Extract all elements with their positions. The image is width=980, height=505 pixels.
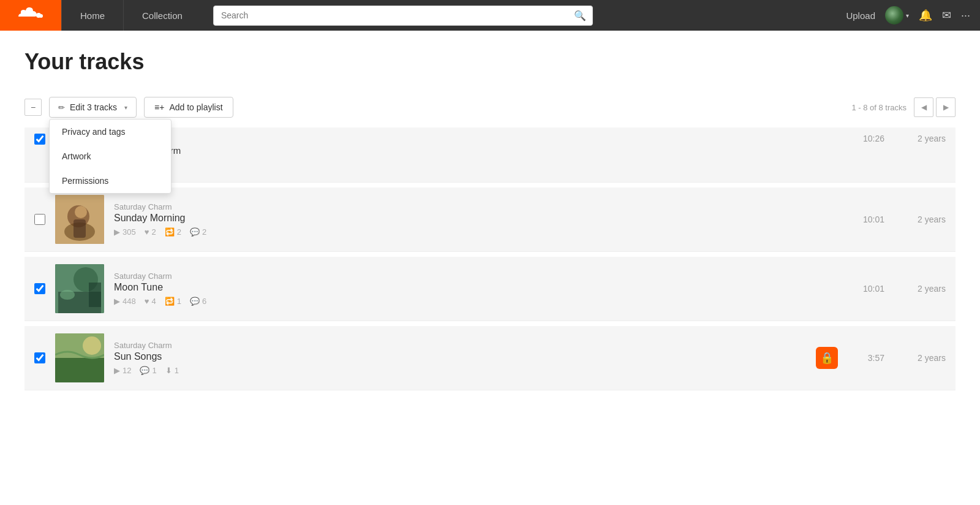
track-stats: ▶ 12 💬 1 ⬇ 1 [114,366,816,375]
avatar [885,6,903,25]
nav-home[interactable]: Home [61,0,123,31]
repost-stat: 🔁 2 [165,227,181,237]
comment-count: 6 [202,297,206,306]
track-age: 2 years [897,215,946,224]
track-stats: 🔁 1 💬 5 [114,159,848,169]
repost-icon: 🔁 [165,227,175,237]
download-icon: ⬇ [165,366,172,375]
artwork-item[interactable]: Artwork [50,144,171,169]
play-stat: ▶ 448 [114,297,136,306]
svg-point-19 [83,336,101,355]
track-stats: ▶ 448 ♥ 4 🔁 1 💬 6 [114,297,848,306]
mail-icon[interactable]: ✉ [942,9,951,22]
svg-rect-10 [74,219,86,238]
svg-marker-18 [55,358,104,382]
search-box: 🔍 [213,6,593,26]
permissions-item[interactable]: Permissions [50,169,171,193]
play-stat: ▶ 12 [114,366,131,375]
heart-icon: ♥ [145,297,149,306]
track-age: 2 years [897,284,946,294]
search-button[interactable]: 🔍 [568,6,592,25]
add-to-playlist-label: Add to playlist [169,102,222,112]
notifications-bell-icon[interactable]: 🔔 [919,9,932,22]
upload-button[interactable]: Upload [846,10,875,21]
svg-point-1 [39,14,43,18]
comment-stat: 💬 2 [190,227,206,237]
pencil-icon: ✏ [58,103,65,112]
play-icon: ▶ [114,366,120,375]
track-info: Saturday Charm Sun Songs ▶ 12 💬 1 ⬇ 1 [114,341,816,375]
pagination-controls: ◀ ▶ [914,97,956,117]
toolbar: − ✏ Edit 3 tracks ▾ Privacy and tags Art… [24,97,956,118]
track-title: Moon Tune [114,282,848,293]
chevron-down-icon: ▾ [124,104,127,111]
track-checkbox[interactable] [34,134,45,145]
next-page-button[interactable]: ▶ [936,97,956,117]
logo[interactable] [0,0,61,31]
avatar-dropdown[interactable]: ▾ [885,6,909,25]
comment-icon: 💬 [190,227,200,237]
privacy-tags-item[interactable]: Privacy and tags [50,120,171,144]
like-stat: ♥ 4 [145,297,156,306]
edit-dropdown-menu: Privacy and tags Artwork Permissions [49,119,172,194]
track-artist: Saturday Charm [114,341,816,350]
svg-point-14 [60,290,75,300]
track-duration: 10:26 [848,134,884,143]
search-input[interactable] [214,7,568,24]
track-checkbox[interactable] [34,214,45,225]
edit-tracks-label: Edit 3 tracks [70,102,117,112]
prev-page-button[interactable]: ◀ [914,97,933,117]
nav-collection[interactable]: Collection [123,0,201,31]
track-checkbox[interactable] [34,352,45,363]
repost-icon: 🔁 [165,297,175,306]
more-options-icon[interactable]: ··· [961,9,970,22]
edit-dropdown-container: ✏ Edit 3 tracks ▾ Privacy and tags Artwo… [49,97,137,118]
play-count: 448 [123,297,136,306]
add-to-playlist-button[interactable]: ≡+ Add to playlist [144,97,233,118]
svg-point-9 [75,206,87,218]
track-duration: 10:01 [848,215,884,224]
track-thumbnail [55,195,104,244]
track-title: Saturday Charm [114,145,848,156]
like-count: 2 [151,227,156,237]
track-artist: Saturday Charm [114,202,848,211]
lock-icon: 🔒 [820,351,834,365]
repost-count: 2 [177,227,181,237]
track-info: Saturday Charm Saturday Charm 🔁 1 💬 5 [114,134,848,169]
table-row: Saturday Charm Sunday Morning ▶ 305 ♥ 2 … [24,188,956,252]
svg-rect-15 [89,283,101,307]
like-count: 4 [151,297,156,306]
page-title: Your tracks [24,49,956,75]
chevron-down-icon: ▾ [906,12,909,19]
play-count: 305 [123,227,136,237]
track-title: Sunday Morning [114,213,848,224]
edit-tracks-button[interactable]: ✏ Edit 3 tracks ▾ [49,97,137,118]
track-age: 2 years [897,353,946,363]
search-icon: 🔍 [574,10,586,21]
heart-icon: ♥ [145,227,149,237]
soundcloud-logo-icon [18,6,43,25]
header-right: Upload ▾ 🔔 ✉ ··· [836,6,980,25]
main-content: Your tracks − ✏ Edit 3 tracks ▾ Privacy … [0,31,980,409]
comment-count: 1 [152,366,156,375]
track-info: Saturday Charm Sunday Morning ▶ 305 ♥ 2 … [114,202,848,237]
track-thumbnail [55,333,104,382]
track-title: Sun Songs [114,351,816,362]
comment-icon: 💬 [140,366,149,375]
track-artist: Saturday Charm [114,271,848,281]
comment-icon: 💬 [190,297,200,306]
comment-count: 2 [202,227,206,237]
play-icon: ▶ [114,227,120,237]
download-count: 1 [175,366,179,375]
track-count: 1 - 8 of 8 tracks [851,103,907,112]
like-stat: ♥ 2 [145,227,156,237]
track-age: 2 years [897,134,946,143]
track-duration: 10:01 [848,284,884,294]
track-checkbox[interactable] [34,283,45,294]
table-row: Saturday Charm Moon Tune ▶ 448 ♥ 4 🔁 1 [24,257,956,321]
playlist-add-icon: ≡+ [154,102,164,112]
track-duration: 3:57 [848,353,884,363]
header: Home Collection 🔍 Upload ▾ 🔔 ✉ ··· [0,0,980,31]
collapse-button[interactable]: − [24,99,42,116]
table-row: Saturday Charm Sun Songs ▶ 12 💬 1 ⬇ 1 [24,326,956,390]
